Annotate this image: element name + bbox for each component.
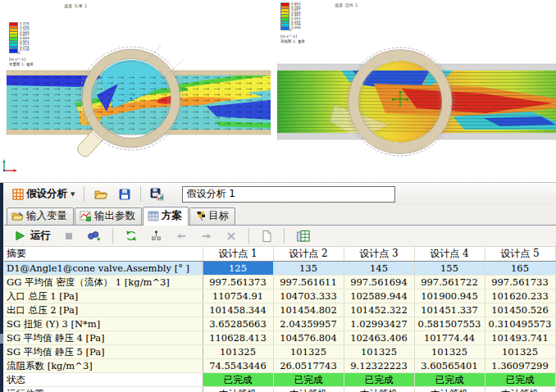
run-location-cell: 本计算机 [203,387,273,392]
export-excel-button[interactable] [293,227,313,245]
design-point-cell-selected[interactable]: 125 [203,262,273,276]
refresh-button[interactable] [121,227,141,244]
panel-grip-handle[interactable] [0,334,3,344]
parameter-label-cell: D1@Angle1@cone valve.Assembly [° ] [4,262,203,276]
design-point-cell[interactable]: 101325 [203,345,273,359]
design-point-cell[interactable]: 997.561611 [273,276,344,289]
design-point-cell[interactable]: 155 [414,262,485,276]
design-point-cell[interactable]: 9.12322223 [344,359,414,373]
binoculars-icon [87,230,101,242]
design-point-cell[interactable]: 145 [344,262,414,276]
colorbar-tick: 0.098 [291,26,300,30]
design-points-table-area: 摘要 设计点 1 设计点 2 设计点 3 设计点 4 设计点 5 D1@Angl… [4,247,556,392]
design-point-cell[interactable]: 101774.44 [414,331,485,345]
design-point-cell[interactable]: 135 [273,262,344,276]
design-point-cell[interactable]: 3.60565401 [414,359,485,373]
design-point-cell[interactable]: 101452.322 [344,303,414,317]
design-point-cell[interactable]: 101325 [485,345,555,359]
design-point-cell[interactable]: 104703.333 [273,289,344,303]
coordinate-triad-icon [2,156,20,175]
design-point-cell[interactable]: 101325 [273,345,344,359]
design-point-cell[interactable]: 1.02993427 [344,317,414,331]
status-badge: 已完成 [414,373,485,387]
design-point-cell[interactable]: 26.0517743 [273,359,344,373]
update-design-points-button[interactable] [147,227,166,244]
design-point-cell[interactable]: 1.36097299 [485,359,555,373]
design-point-cell[interactable]: 110754.91 [203,289,273,303]
status-badge: 已完成 [273,373,344,387]
table-row: SG 扭矩 (Y) 3 [N*m] 3.65285663 2.04359957 … [4,317,555,331]
back-button[interactable] [171,228,191,244]
checkered-flag-icon [194,211,206,221]
tab-scenarios[interactable]: 方案 [143,207,189,226]
design-point-cell[interactable]: 0.310495573 [485,317,555,331]
whatif-toolbar: 假设分析 ▼ [4,183,556,206]
save-as-button[interactable] [147,185,167,203]
tab-label: 目标 [208,209,229,223]
save-as-icon [150,188,164,201]
tab-label: 方案 [162,209,182,223]
design-point-cell[interactable]: 74.5543446 [203,359,273,373]
design-point-cell[interactable]: 101454.802 [273,303,344,317]
design-point-cell[interactable]: 101325 [344,345,414,359]
whatif-menu-button[interactable]: 假设分析 ▼ [9,185,78,203]
parameter-label-cell: SG 平均值 静压 4 [Pa] [4,331,203,345]
grid-table-icon [148,211,159,221]
parameter-label-cell: SG 平均值 静压 5 [Pa] [4,345,203,359]
tab-output-parameters[interactable]: 输出参数 [75,207,142,225]
tab-goals[interactable]: 目标 [189,207,235,225]
left-colorbar-legend: 1.378 1.240 1.103 0.965 0.827 0.689 0.55… [9,22,34,66]
open-button[interactable] [90,185,112,203]
table-row: SG 平均值 静压 4 [Pa] 110628.413 104576.804 1… [4,331,555,345]
run-button[interactable]: 运行 [11,226,54,245]
toolbar-separator [140,186,141,202]
design-point-cell[interactable]: 110628.413 [203,331,273,345]
design-point-cell[interactable]: 101900.945 [414,289,485,303]
toolbar-separator [284,228,285,244]
design-point-cell[interactable]: 3.65285663 [203,317,273,331]
design-point-cell[interactable]: 997.561733 [485,276,555,289]
save-button[interactable] [115,185,134,203]
open-folder-icon [93,188,108,201]
parameter-label-cell: 出口 总压 2 [Pa] [4,303,203,317]
excel-export-icon [296,230,310,243]
legend-unit: [m s^-1] [280,34,305,39]
hierarchy-node-icon [150,230,162,242]
forward-button[interactable] [197,228,216,244]
design-point-cell[interactable]: 101325 [414,345,485,359]
design-point-cell[interactable]: 104576.804 [273,331,344,345]
toolbar-separator [112,228,113,244]
design-point-cell[interactable]: 997.561722 [414,276,485,289]
tab-label: 输入变量 [26,209,67,223]
grid-icon [12,189,24,200]
design-point-cell[interactable]: 165 [485,262,555,276]
find-add-button[interactable] [84,227,104,244]
toolbar-separator [84,186,84,202]
parameter-label-cell: SG 扭矩 (Y) 3 [N*m] [4,317,203,331]
design-point-cell[interactable]: 101450.526 [485,303,555,317]
design-point-cell[interactable]: 101493.741 [485,331,555,345]
tab-input-variables[interactable]: 输入变量 [7,207,74,225]
design-point-header-cell: 设计点 5 [485,247,555,262]
delete-button[interactable] [222,228,240,244]
design-point-cell[interactable]: 101451.337 [414,303,485,317]
design-point-cell[interactable]: 101458.344 [203,303,273,317]
table-row: SG 平均值 静压 5 [Pa] 101325 101325 101325 10… [4,345,555,359]
run-toolbar: 运行 [4,226,556,247]
design-point-cell[interactable]: 102589.944 [344,289,414,303]
design-point-header-cell: 设计点 3 [344,247,414,262]
new-report-button[interactable] [257,227,276,245]
stop-button[interactable] [60,228,78,244]
design-point-cell[interactable]: 102463.406 [344,331,414,345]
design-point-cell[interactable]: 0.581507553 [414,317,485,331]
design-point-cell[interactable]: 2.04359957 [273,317,344,331]
analysis-name-input[interactable] [182,186,395,203]
table-header-row: 摘要 设计点 1 设计点 2 设计点 3 设计点 4 设计点 5 [4,247,555,262]
run-location-label-cell: 运行位置: [4,387,203,392]
design-point-cell[interactable]: 997.561694 [344,276,414,289]
design-point-cell[interactable]: 101620.233 [485,289,555,303]
design-point-cell[interactable]: 997.561373 [203,276,273,289]
save-icon [118,188,131,201]
design-points-table: 摘要 设计点 1 设计点 2 设计点 3 设计点 4 设计点 5 D1@Angl… [4,247,556,392]
table-row: 流阻系数 [kg/m^3] 74.5543446 26.0517743 9.12… [4,359,555,373]
